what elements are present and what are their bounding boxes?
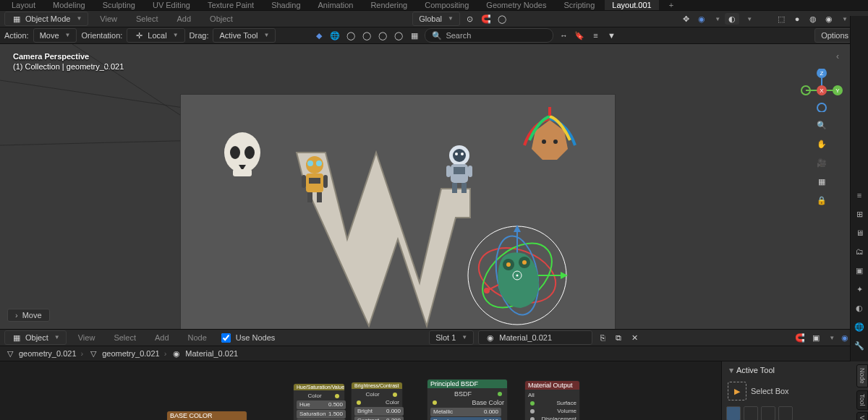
node-principled-bsdf[interactable]: Principled BSDF BSDF Base Color Metallic… bbox=[427, 379, 508, 420]
action-select[interactable]: Move▼ bbox=[33, 28, 77, 43]
rs-icon-1[interactable]: ≡ bbox=[853, 189, 866, 202]
cloud-icon[interactable]: ↔ bbox=[558, 30, 569, 41]
rs-icon-5[interactable]: ▣ bbox=[853, 264, 866, 277]
ne-menu-view[interactable]: View bbox=[71, 330, 103, 346]
circle-icon[interactable]: ◯ bbox=[345, 30, 357, 41]
render-icon[interactable]: 🌐 bbox=[329, 30, 341, 41]
drag-select[interactable]: Active Tool▼ bbox=[213, 28, 276, 43]
orientation-select[interactable]: Global▼ bbox=[412, 12, 460, 26]
side-tab-tool[interactable]: Tool bbox=[856, 390, 868, 410]
perspective-icon[interactable]: ▦ bbox=[816, 176, 827, 187]
camera-icon[interactable]: 🎥 bbox=[816, 157, 827, 168]
zoom-icon[interactable]: 🔍 bbox=[816, 119, 827, 131]
node-hue-sat[interactable]: Hue/Saturation/Value Color Hue0.500 Satu… bbox=[293, 383, 345, 420]
search-placeholder: Search bbox=[446, 31, 471, 40]
pivot-icon[interactable]: ⊙ bbox=[464, 13, 476, 25]
gizmo-toggle-icon[interactable]: ✥ bbox=[680, 13, 692, 25]
delete-icon[interactable]: ✕ bbox=[629, 332, 640, 343]
last-op-panel[interactable]: ›Move bbox=[7, 309, 50, 322]
snap-icon[interactable]: 🧲 bbox=[480, 13, 492, 25]
nav-gizmo[interactable]: Z X Y bbox=[800, 69, 843, 112]
ws-tab[interactable]: Scripting bbox=[556, 0, 602, 11]
pan-icon[interactable]: ✋ bbox=[816, 138, 827, 150]
filter-icon[interactable]: ▼ bbox=[605, 30, 617, 41]
rs-icon-4[interactable]: 🗂 bbox=[853, 245, 866, 258]
node-base-color[interactable]: BASE COLOR Color bbox=[166, 411, 247, 420]
ne-menu-node[interactable]: Node bbox=[181, 330, 214, 346]
use-nodes-checkbox[interactable] bbox=[221, 333, 231, 343]
display-mode-icon[interactable]: ◆ bbox=[313, 30, 325, 41]
shading-solid-icon[interactable]: ● bbox=[791, 13, 803, 25]
proportional-icon[interactable]: ◯ bbox=[496, 13, 508, 25]
search-input[interactable]: 🔍Search bbox=[425, 28, 553, 43]
rs-icon-9[interactable]: 🔧 bbox=[853, 339, 866, 352]
selmode-1[interactable] bbox=[726, 406, 741, 420]
material-field[interactable]: ◉Material_0.021 bbox=[478, 330, 592, 345]
rs-icon-7[interactable]: ◐ bbox=[853, 301, 866, 314]
side-tab-node[interactable]: Node bbox=[856, 364, 868, 387]
ne-overlay-icon[interactable]: ▣ bbox=[810, 332, 822, 343]
shading-wire-icon[interactable]: ⬚ bbox=[775, 13, 787, 25]
node-canvas[interactable]: BASE COLOR Color Hue/Saturation/Value Co… bbox=[0, 361, 868, 420]
slot-select[interactable]: Slot 1▼ bbox=[429, 330, 474, 345]
crumb-1[interactable]: ▽geometry_0.021 bbox=[4, 348, 77, 359]
ne-menu-select[interactable]: Select bbox=[106, 330, 143, 346]
selmode-2[interactable] bbox=[744, 406, 758, 420]
lock-icon[interactable]: 🔒 bbox=[816, 194, 827, 206]
rs-icon-3[interactable]: 🖥 bbox=[853, 226, 866, 239]
ws-tab[interactable]: Compositing bbox=[417, 0, 476, 11]
pin-icon[interactable]: ⎘ bbox=[597, 332, 608, 343]
ne-backdrop-icon[interactable]: ◉ bbox=[839, 332, 851, 343]
ws-tab[interactable]: Sculpting bbox=[95, 0, 142, 11]
ws-tab[interactable]: Modeling bbox=[46, 0, 93, 11]
list-icon[interactable]: ≡ bbox=[590, 30, 601, 41]
mesh-icon: ▽ bbox=[88, 348, 99, 359]
material-icon: ◉ bbox=[171, 348, 182, 359]
shading-matprev-icon[interactable]: ◍ bbox=[807, 13, 819, 25]
ws-tab[interactable]: Rendering bbox=[363, 0, 414, 11]
ws-tab[interactable]: Geometry Nodes bbox=[479, 0, 553, 11]
menu-view[interactable]: View bbox=[93, 11, 124, 27]
copy-icon[interactable]: ⧉ bbox=[613, 332, 624, 343]
node-material-output[interactable]: Material Output All Surface Volume Displ… bbox=[524, 380, 580, 420]
selmode-4[interactable] bbox=[778, 406, 793, 420]
sock-in: Volume bbox=[557, 408, 576, 414]
panel-header[interactable]: ▶Active Tool bbox=[726, 366, 864, 374]
grid-icon[interactable]: ▦ bbox=[409, 30, 420, 41]
ws-tab[interactable]: Texture Paint bbox=[200, 0, 261, 11]
node-bright-contrast[interactable]: Brightness/Contrast Color Color Bright0.… bbox=[351, 382, 403, 420]
selected-object[interactable] bbox=[468, 225, 568, 325]
rs-icon-6[interactable]: ✦ bbox=[853, 283, 866, 296]
xray-icon[interactable]: ◐ bbox=[725, 13, 739, 25]
add-workspace-button[interactable]: + bbox=[662, 0, 681, 11]
crumb-2[interactable]: ▽geometry_0.021 bbox=[88, 348, 160, 359]
rs-icon-8[interactable]: 🌐 bbox=[853, 320, 866, 333]
side-tab-view[interactable]: View bbox=[856, 412, 868, 420]
node-mode-select[interactable]: ▦Object▼ bbox=[4, 330, 67, 345]
ne-snap-icon[interactable]: 🧲 bbox=[794, 332, 806, 343]
overlays-icon[interactable]: ◉ bbox=[696, 13, 707, 25]
orientation-local-select[interactable]: ✛Local▼ bbox=[127, 28, 184, 43]
menu-select[interactable]: Select bbox=[129, 11, 166, 27]
ws-tab[interactable]: Animation bbox=[311, 0, 361, 11]
ws-tab[interactable]: Shading bbox=[264, 0, 307, 11]
svg-rect-27 bbox=[468, 166, 472, 177]
use-nodes-toggle[interactable]: Use Nodes bbox=[218, 331, 275, 345]
crumb-3-label: Material_0.021 bbox=[185, 349, 238, 358]
crumb-3[interactable]: ◉Material_0.021 bbox=[171, 348, 238, 359]
mode-select[interactable]: ▦Object Mode▼ bbox=[4, 12, 88, 26]
menu-add[interactable]: Add bbox=[170, 11, 199, 27]
circle4-icon[interactable]: ◯ bbox=[393, 30, 404, 41]
circle3-icon[interactable]: ◯ bbox=[377, 30, 388, 41]
rs-icon-2[interactable]: ⊞ bbox=[853, 207, 866, 220]
ws-tab-active[interactable]: Layout.001 bbox=[605, 0, 658, 11]
shading-rendered-icon[interactable]: ◉ bbox=[823, 13, 835, 25]
3d-viewport[interactable]: Camera Perspective (1) Collection | geom… bbox=[0, 44, 868, 330]
menu-object[interactable]: Object bbox=[203, 11, 240, 27]
ws-tab[interactable]: Layout bbox=[4, 0, 43, 11]
bookmark-icon[interactable]: 🔖 bbox=[574, 30, 585, 41]
ws-tab[interactable]: UV Editing bbox=[145, 0, 197, 11]
selmode-3[interactable] bbox=[761, 406, 775, 420]
ne-menu-add[interactable]: Add bbox=[148, 330, 176, 346]
circle2-icon[interactable]: ◯ bbox=[361, 30, 373, 41]
